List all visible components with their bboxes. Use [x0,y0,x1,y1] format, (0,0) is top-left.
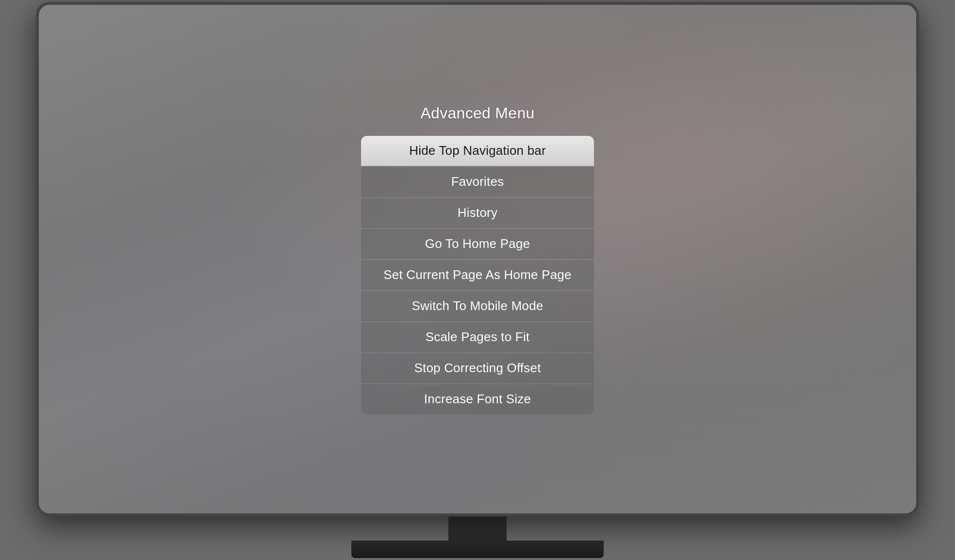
tv-screen: Advanced Menu Hide Top Navigation barFav… [39,5,916,513]
menu-item-hide-nav[interactable]: Hide Top Navigation bar [361,136,594,166]
menu-list: Hide Top Navigation barFavoritesHistoryG… [361,136,594,414]
tv-bottom [351,516,604,558]
menu-item-mobile-mode[interactable]: Switch To Mobile Mode [361,291,594,321]
menu-container: Advanced Menu Hide Top Navigation barFav… [361,104,594,414]
menu-item-go-home[interactable]: Go To Home Page [361,229,594,259]
menu-item-set-home[interactable]: Set Current Page As Home Page [361,260,594,290]
menu-item-stop-offset[interactable]: Stop Correcting Offset [361,353,594,383]
menu-item-history[interactable]: History [361,198,594,228]
menu-item-favorites[interactable]: Favorites [361,167,594,197]
tv-stand-base [351,541,604,558]
tv-frame: Advanced Menu Hide Top Navigation barFav… [36,2,919,516]
menu-item-scale-pages[interactable]: Scale Pages to Fit [361,322,594,352]
menu-title: Advanced Menu [420,104,534,122]
menu-item-font-size[interactable]: Increase Font Size [361,384,594,414]
tv-stand-neck [448,516,507,541]
